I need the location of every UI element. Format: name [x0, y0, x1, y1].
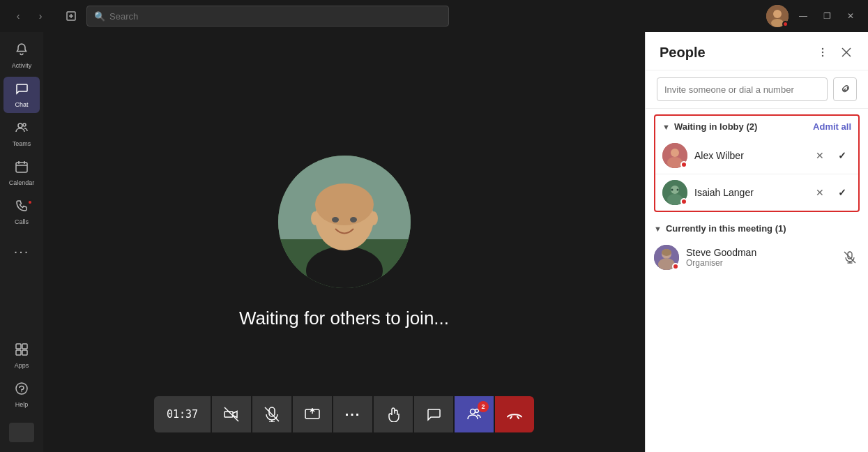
compose-button[interactable] — [61, 6, 81, 26]
nav-buttons: ‹ › — [8, 6, 50, 26]
alex-actions: ✕ ✓ — [811, 146, 851, 165]
isaiah-actions: ✕ ✓ — [811, 183, 851, 202]
forward-button[interactable]: › — [31, 6, 50, 26]
avatar-isaiah-langer — [662, 180, 687, 205]
panel-close-button[interactable] — [836, 42, 857, 63]
people-panel: People — [645, 32, 868, 452]
sidebar-label-apps: Apps — [15, 362, 29, 369]
admit-all-button[interactable]: Admit all — [813, 121, 851, 132]
sidebar-item-activity[interactable]: Activity — [3, 38, 40, 74]
svg-point-19 — [315, 183, 374, 225]
lobby-person-isaiah: Isaiah Langer ✕ ✓ — [655, 174, 858, 211]
panel-title: People — [660, 45, 812, 61]
in-meeting-header: ▼ Currently in this meeting (1) — [651, 218, 862, 239]
in-meeting-chevron-icon: ▼ — [654, 225, 662, 233]
svg-point-46 — [677, 189, 679, 191]
steve-info: Steve Goodman Organiser — [686, 247, 833, 268]
svg-point-45 — [671, 189, 673, 191]
svg-rect-6 — [16, 163, 27, 172]
minimize-button[interactable]: — — [794, 7, 812, 25]
search-icon: 🔍 — [94, 11, 105, 22]
mute-button[interactable] — [252, 396, 291, 432]
lobby-section-title: Waiting in lobby (2) — [674, 121, 813, 132]
chat-button[interactable] — [414, 396, 453, 432]
isaiah-deny-button[interactable]: ✕ — [811, 183, 829, 202]
people-panel-button[interactable]: 2 — [455, 396, 494, 432]
search-input[interactable] — [109, 11, 441, 22]
svg-point-20 — [332, 217, 339, 223]
alex-status-dot — [680, 161, 687, 168]
sidebar-item-help[interactable]: Help — [3, 377, 40, 413]
alex-admit-button[interactable]: ✓ — [833, 146, 851, 165]
search-bar[interactable]: 🔍 — [86, 6, 449, 27]
close-button[interactable]: ✕ — [842, 7, 860, 25]
in-meeting-section: ▼ Currently in this meeting (1) — [646, 218, 868, 276]
maximize-button[interactable]: ❐ — [818, 7, 836, 25]
steve-mute-button[interactable] — [840, 248, 860, 267]
svg-rect-9 — [16, 350, 21, 355]
controls-bar: 01:37 — [154, 396, 534, 432]
alex-deny-button[interactable]: ✕ — [811, 146, 829, 165]
sidebar-item-teams[interactable]: Teams — [3, 116, 40, 152]
sidebar-label-activity: Activity — [12, 62, 32, 69]
lobby-section-header[interactable]: ▼ Waiting in lobby (2) Admit all — [655, 116, 858, 137]
isaiah-admit-button[interactable]: ✓ — [833, 183, 851, 202]
alex-wilber-name: Alex Wilber — [694, 150, 804, 161]
svg-point-21 — [350, 217, 357, 223]
more-options-button[interactable]: ··· — [333, 396, 372, 432]
raise-hand-button[interactable] — [374, 396, 413, 432]
more-icon: ··· — [14, 243, 30, 259]
sidebar: Activity Chat Teams — [0, 32, 43, 452]
svg-line-33 — [517, 416, 519, 419]
svg-line-32 — [510, 416, 512, 419]
sidebar-item-chat[interactable]: Chat — [3, 77, 40, 113]
apps-icon — [15, 342, 29, 360]
help-icon — [15, 382, 29, 399]
sidebar-item-calendar[interactable]: Calendar — [3, 155, 40, 191]
svg-rect-7 — [16, 344, 21, 349]
isaiah-status-dot — [680, 198, 687, 205]
svg-point-4 — [18, 123, 22, 128]
sidebar-item-more[interactable]: ··· — [3, 233, 40, 269]
title-bar: ‹ › 🔍 — ❐ ✕ — [0, 0, 868, 32]
panel-more-button[interactable] — [812, 42, 833, 63]
avatar-status-dot — [782, 21, 789, 27]
sidebar-label-teams: Teams — [13, 140, 31, 147]
sidebar-label-chat: Chat — [15, 101, 28, 108]
svg-point-50 — [662, 249, 671, 256]
svg-point-35 — [822, 52, 823, 53]
svg-rect-10 — [22, 350, 27, 355]
lobby-person-alex: Alex Wilber ✕ ✓ — [655, 137, 858, 174]
people-badge: 2 — [478, 401, 489, 412]
share-screen-button[interactable] — [293, 396, 332, 432]
svg-rect-8 — [22, 344, 27, 349]
steve-goodman-name: Steve Goodman — [686, 247, 833, 258]
user-avatar[interactable] — [766, 5, 789, 27]
invite-input[interactable] — [657, 77, 828, 101]
sidebar-label-help: Help — [15, 401, 29, 408]
end-call-button[interactable] — [495, 396, 534, 432]
video-toggle-button[interactable] — [212, 396, 251, 432]
svg-line-24 — [224, 407, 238, 421]
calls-icon — [15, 199, 29, 216]
svg-line-28 — [265, 407, 279, 421]
steve-status-dot — [672, 263, 679, 270]
waiting-lobby-section: ▼ Waiting in lobby (2) Admit all — [654, 114, 860, 212]
meeting-person-avatar — [278, 156, 411, 288]
main-layout: Activity Chat Teams — [0, 32, 868, 452]
invite-link-button[interactable] — [833, 77, 857, 101]
bottom-bar — [6, 419, 38, 446]
in-meeting-section-title: Currently in this meeting (1) — [666, 223, 860, 234]
back-button[interactable]: ‹ — [8, 6, 28, 26]
svg-point-34 — [822, 48, 823, 50]
svg-point-2 — [773, 10, 782, 18]
sidebar-item-calls[interactable]: Calls — [3, 194, 40, 230]
svg-point-11 — [16, 383, 27, 394]
sidebar-item-apps[interactable]: Apps — [3, 338, 40, 374]
avatar-alex-wilber — [662, 143, 687, 168]
call-timer: 01:37 — [154, 396, 211, 432]
activity-icon — [15, 43, 29, 60]
steve-role-label: Organiser — [686, 258, 833, 268]
teams-icon — [15, 121, 29, 138]
svg-point-12 — [21, 391, 22, 392]
